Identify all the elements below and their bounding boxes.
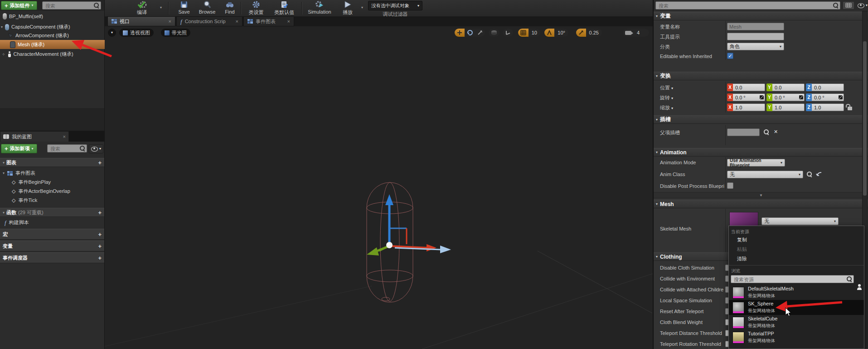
location-label[interactable]: 位置 ▾ — [660, 84, 673, 91]
simulation-button[interactable]: Simulation — [305, 0, 334, 16]
expander-icon[interactable]: ▾ — [3, 211, 5, 215]
browse-button[interactable]: Browse — [195, 0, 219, 16]
add-dispatcher-icon[interactable]: + — [98, 255, 102, 261]
variable-name-input[interactable] — [727, 23, 784, 30]
rotation-z-field[interactable]: Z 0.0 ° — [806, 93, 844, 101]
scale-y-field[interactable]: Y 1.0 — [766, 103, 805, 111]
compile-button[interactable]: 编译 — [130, 0, 154, 16]
close-icon[interactable]: × — [236, 19, 238, 24]
tab-viewport[interactable]: 视口 × — [107, 16, 175, 26]
play-options-icon[interactable]: ▾ — [361, 6, 363, 10]
rotation-label[interactable]: 旋转 ▾ — [660, 94, 673, 101]
lock-icon[interactable] — [848, 107, 852, 110]
my-blueprint-search-input[interactable] — [49, 145, 79, 153]
expander-icon[interactable]: ▾ — [3, 161, 5, 165]
macros-section-header[interactable]: 宏 + — [0, 229, 104, 240]
close-icon[interactable]: × — [287, 19, 290, 24]
functions-section-header[interactable]: ▾ 函数 (29 可重载) + — [0, 208, 104, 217]
compile-options-icon[interactable]: ▾ — [160, 6, 162, 10]
asset-row-skeletalcube[interactable]: SkeletalCube 骨架网格物体 — [729, 315, 864, 330]
animation-section-header[interactable]: ▾ Animation — [654, 148, 868, 157]
debug-object-dropdown[interactable]: 没有选中调试对象 ▾ — [368, 1, 422, 10]
rotation-y-field[interactable]: Y 0.0 ° — [766, 93, 805, 101]
skeletal-mesh-dropdown[interactable]: 无 ▾ — [761, 217, 839, 225]
menu-item-clear[interactable]: 清除 — [737, 256, 747, 262]
asset-search-input[interactable] — [733, 275, 846, 284]
details-search-input[interactable] — [658, 2, 833, 10]
asset-row-sk-sphere[interactable]: SK_Sphere 骨架网格物体 — [729, 300, 864, 315]
tab-construction-script[interactable]: f Construction Scrip × — [176, 16, 242, 26]
parent-socket-input[interactable] — [727, 129, 759, 136]
search-icon — [80, 146, 85, 151]
animation-mode-dropdown[interactable]: Use Animation Blueprint ▾ — [727, 159, 785, 167]
tree-row-capsule[interactable]: ▾ CapsuleComponent (继承) — [0, 23, 105, 31]
add-component-button[interactable]: + 添加组件 ▾ — [1, 1, 37, 10]
clothing-row: Teleport Rotation Threshold — [654, 339, 729, 349]
socket-clear-icon[interactable]: ✕ — [774, 129, 778, 135]
socket-section-header[interactable]: ▾ 插槽 — [654, 115, 868, 124]
property-matrix-button[interactable] — [843, 1, 854, 10]
close-icon[interactable]: × — [63, 134, 66, 139]
transform-section-header[interactable]: ▾ 变换 — [654, 72, 868, 80]
details-filter-button[interactable]: ▾ — [856, 1, 868, 10]
rotation-dial-icon[interactable] — [799, 95, 803, 99]
add-graph-icon[interactable]: + — [98, 159, 102, 166]
variable-section-header[interactable]: ▾ 变量 — [654, 12, 868, 20]
construction-script-row[interactable]: f 构建脚本 — [0, 218, 104, 227]
event-overlap-row[interactable]: ◇ 事件ActorBeginOverlap — [0, 187, 104, 196]
find-button[interactable]: Find — [221, 0, 239, 16]
menu-item-paste[interactable]: 粘贴 — [737, 246, 747, 253]
rotation-x-field[interactable]: X 0.0 ° — [727, 93, 765, 101]
disable-post-process-checkbox[interactable] — [727, 182, 733, 189]
play-button[interactable]: 播放 — [339, 0, 357, 16]
socket-search-icon[interactable] — [764, 129, 770, 135]
class-defaults-button[interactable]: 类默认值 — [270, 0, 299, 16]
class-settings-button[interactable]: 类设置 — [244, 0, 268, 16]
tree-row-arrow[interactable]: ArrowComponent (继承) — [0, 31, 112, 40]
parent-socket-row: 父项插槽 ✕ — [654, 128, 868, 138]
mesh-section-header[interactable]: ▾ Mesh — [654, 200, 868, 208]
viewport[interactable]: ▾ 透视视图 带光照 — [105, 26, 653, 349]
close-icon[interactable]: × — [169, 19, 171, 24]
anim-class-dropdown[interactable]: 无 ▾ — [727, 171, 803, 178]
rotation-dial-icon[interactable] — [839, 95, 843, 99]
graphs-section-header[interactable]: ▾ 图表 + — [0, 158, 104, 167]
save-button[interactable]: Save — [174, 0, 194, 16]
tree-row-mesh[interactable]: Mesh (继承) — [0, 40, 114, 49]
clothing-section-header[interactable]: ▾ Clothing — [654, 252, 729, 261]
location-z-field[interactable]: Z 0.0 — [806, 84, 844, 91]
advanced-expander[interactable]: ▼ — [654, 192, 868, 198]
visibility-filter-button[interactable]: ▾ — [89, 144, 103, 153]
tree-row-root[interactable]: BP_Muffin(self) — [0, 12, 107, 20]
scrollbar-thumb[interactable] — [863, 41, 867, 196]
location-x-field[interactable]: X 0.0 — [727, 84, 765, 91]
expander-icon[interactable]: ▾ — [3, 171, 5, 175]
dispatchers-section-header[interactable]: 事件调度器 + — [0, 252, 104, 263]
add-function-icon[interactable]: + — [98, 209, 102, 216]
anim-class-search-icon[interactable] — [807, 172, 813, 177]
category-dropdown[interactable]: 角色 ▾ — [727, 43, 784, 50]
menu-item-copy[interactable]: 复制 — [737, 236, 747, 243]
tab-event-graph[interactable]: 事件图表 × — [243, 16, 294, 26]
components-search-input[interactable] — [44, 2, 93, 10]
scale-label[interactable]: 缩放 ▾ — [660, 104, 673, 111]
asset-row-default[interactable]: DefaultSkeletalMesh 骨架网格物体 — [729, 285, 864, 300]
my-blueprint-tab[interactable]: 我的蓝图 × — [0, 131, 69, 142]
use-selected-icon[interactable] — [816, 172, 822, 177]
event-beginplay-row[interactable]: ◇ 事件BeginPlay — [0, 178, 104, 187]
expander-icon[interactable]: ▾ — [1, 25, 3, 29]
scale-z-field[interactable]: Z 1.0 — [806, 103, 844, 111]
rotation-dial-icon[interactable] — [760, 95, 764, 99]
variables-section-header[interactable]: 变量 + — [0, 241, 104, 251]
tooltip-input[interactable] — [727, 33, 784, 40]
event-tick-row[interactable]: ◇ 事件Tick — [0, 196, 104, 205]
add-variable-icon[interactable]: + — [98, 243, 102, 250]
asset-row-tutorialtpp[interactable]: TutorialTPP 骨架网格物体 — [729, 330, 864, 345]
add-macro-icon[interactable]: + — [98, 231, 102, 238]
scale-x-field[interactable]: X 1.0 — [727, 103, 765, 111]
add-new-button[interactable]: + 添加新项 ▾ — [1, 144, 37, 153]
tree-row-charmove[interactable]: ✧ CharacterMovement (继承) — [0, 50, 106, 59]
event-graph-row[interactable]: ▾ 事件图表 — [0, 169, 104, 177]
editable-checkbox[interactable]: ✓ — [727, 53, 733, 59]
location-y-field[interactable]: Y 0.0 — [766, 84, 805, 91]
